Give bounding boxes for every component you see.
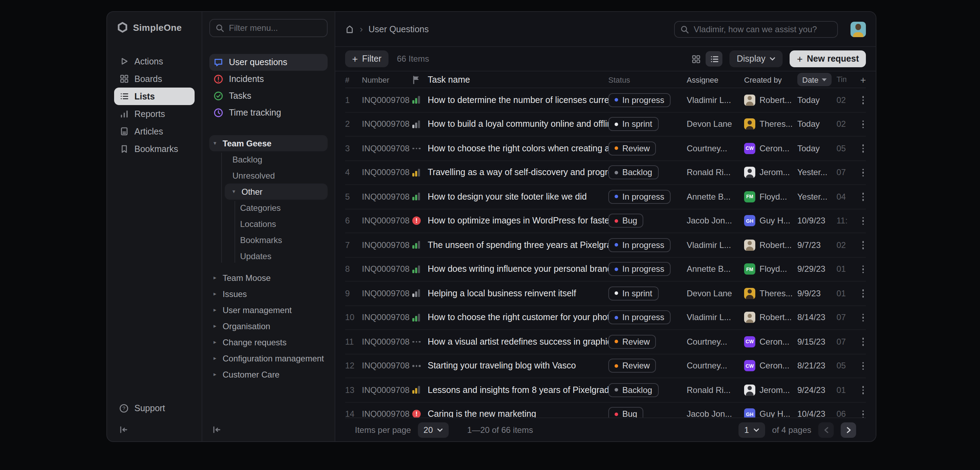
- row-menu-button[interactable]: [860, 287, 866, 300]
- created-by-name: Floyd...: [759, 192, 787, 202]
- task-name[interactable]: The unseen of spending three years at Pi…: [428, 240, 608, 250]
- row-menu-button[interactable]: [860, 311, 866, 323]
- table-row[interactable]: 9INQ0009708Helping a local business rein…: [345, 282, 866, 306]
- row-menu-button[interactable]: [860, 408, 866, 417]
- row-menu-button[interactable]: [860, 215, 866, 227]
- sidebar-item-reports[interactable]: Reports: [114, 105, 195, 123]
- grid-view-icon[interactable]: [688, 51, 705, 67]
- created-by: FMFloyd...: [744, 191, 797, 202]
- tree-item-user-management[interactable]: ▸User management: [209, 302, 328, 318]
- task-name[interactable]: How to determine the number of licenses …: [428, 95, 608, 105]
- tree-item-label: Other: [242, 187, 262, 196]
- date-value: 9/9/23: [797, 288, 837, 298]
- row-menu-button[interactable]: [860, 360, 866, 372]
- created-by: GHGuy H...: [744, 215, 797, 226]
- task-name[interactable]: Caring is the new marketing: [428, 409, 608, 418]
- breadcrumb[interactable]: User Questions: [369, 24, 429, 34]
- new-request-button[interactable]: + New request: [790, 51, 866, 67]
- task-name[interactable]: Starting your traveling blog with Vasco: [428, 361, 608, 371]
- task-name[interactable]: How a visual artist redefines success in…: [428, 337, 608, 347]
- task-name[interactable]: How to choose the right customer for you…: [428, 313, 608, 323]
- row-menu-button[interactable]: [860, 142, 866, 155]
- tree-item-issues[interactable]: ▸Issues: [209, 286, 328, 302]
- row-index: 8: [345, 264, 362, 274]
- items-per-page-select[interactable]: 20: [418, 422, 449, 437]
- view-item-tasks[interactable]: Tasks: [209, 88, 328, 104]
- collapse-sidebar-icon[interactable]: [119, 425, 190, 434]
- table-row[interactable]: 8INQ0009708How does writing influence yo…: [345, 257, 866, 282]
- table-row[interactable]: 13INQ0009708Lessons and insights from 8 …: [345, 378, 866, 402]
- task-name[interactable]: How to build a loyal community online an…: [428, 119, 608, 129]
- task-name[interactable]: How to choose the right colors when crea…: [428, 143, 608, 153]
- tree-item-team-geese[interactable]: ▾Team Geese: [209, 135, 328, 151]
- row-menu-button[interactable]: [860, 384, 866, 396]
- table-row[interactable]: 10INQ0009708How to choose the right cust…: [345, 306, 866, 330]
- task-name[interactable]: Travelling as a way of self-discovery an…: [428, 168, 608, 178]
- add-column-button[interactable]: +: [853, 74, 866, 85]
- items-per-page-value: 20: [423, 425, 433, 435]
- tree-item-locations[interactable]: Locations: [209, 216, 328, 232]
- collapse-lists-icon[interactable]: [212, 425, 325, 434]
- global-search-input[interactable]: Vladimir, how can we assist you?: [674, 21, 838, 37]
- table-row[interactable]: 5INQ0009708How to design your site foote…: [345, 185, 866, 209]
- sidebar-item-actions[interactable]: Actions: [114, 53, 195, 70]
- task-name[interactable]: How does writing influence your personal…: [428, 264, 608, 274]
- display-dropdown[interactable]: Display: [730, 51, 783, 67]
- tree-item-label: Unresolved: [232, 170, 275, 180]
- row-menu-button[interactable]: [860, 118, 866, 130]
- table-row[interactable]: 11INQ0009708How a visual artist redefine…: [345, 330, 866, 354]
- sidebar-item-bookmarks[interactable]: Bookmarks: [114, 140, 195, 158]
- tree-item-other[interactable]: ▾Other: [225, 183, 328, 200]
- table-row[interactable]: 2INQ0009708How to build a loyal communit…: [345, 112, 866, 137]
- tree-item-label: Change requests: [223, 337, 286, 347]
- table-row[interactable]: 3INQ0009708How to choose the right color…: [345, 137, 866, 161]
- page-select[interactable]: 1: [739, 422, 765, 437]
- global-search-placeholder: Vladimir, how can we assist you?: [694, 24, 817, 34]
- view-item-time-tracking[interactable]: Time tracking: [209, 104, 328, 121]
- list-view-icon[interactable]: [706, 51, 723, 67]
- user-avatar[interactable]: [851, 21, 866, 37]
- created-by: Robert...: [744, 239, 797, 251]
- row-menu-button[interactable]: [860, 94, 866, 106]
- tree-item-label: Locations: [240, 219, 276, 229]
- table-row[interactable]: 6INQ0009708!How to optimize images in Wo…: [345, 209, 866, 233]
- sidebar-item-lists[interactable]: Lists: [114, 88, 195, 105]
- task-name[interactable]: Helping a local business reinvent itself: [428, 288, 608, 298]
- sidebar-item-boards[interactable]: Boards: [114, 70, 195, 88]
- row-menu-button[interactable]: [860, 239, 866, 251]
- home-icon[interactable]: [345, 24, 354, 33]
- table-row[interactable]: 14INQ0009708!Caring is the new marketing…: [345, 402, 866, 417]
- table-row[interactable]: 4INQ0009708Travelling as a way of self-d…: [345, 161, 866, 185]
- table-row[interactable]: 7INQ0009708The unseen of spending three …: [345, 233, 866, 257]
- tree-item-configuration-management[interactable]: ▸Configuration management: [209, 350, 328, 366]
- tree-item-bookmarks[interactable]: Bookmarks: [209, 232, 328, 248]
- table-row[interactable]: 12INQ0009708Starting your traveling blog…: [345, 354, 866, 378]
- task-name[interactable]: Lessons and insights from 8 years of Pix…: [428, 385, 608, 395]
- filter-button[interactable]: + Filter: [345, 51, 388, 67]
- filter-button-label: Filter: [362, 54, 382, 64]
- tree-item-change-requests[interactable]: ▸Change requests: [209, 334, 328, 350]
- tree-item-team-moose[interactable]: ▸Team Moose: [209, 270, 328, 286]
- task-name[interactable]: How to design your site footer like we d…: [428, 192, 608, 202]
- tree-item-organisation[interactable]: ▸Organisation: [209, 318, 328, 334]
- filter-menu-input[interactable]: Filter menu...: [209, 19, 328, 37]
- row-menu-button[interactable]: [860, 336, 866, 348]
- row-menu-button[interactable]: [860, 263, 866, 275]
- tree-item-backlog[interactable]: Backlog: [209, 151, 328, 167]
- date-sort-button[interactable]: Date: [797, 73, 832, 86]
- sidebar-item-articles[interactable]: Articles: [114, 123, 195, 140]
- tree-item-categories[interactable]: Categories: [209, 200, 328, 216]
- table-row[interactable]: 1INQ0009708How to determine the number o…: [345, 88, 866, 112]
- view-item-user-questions[interactable]: User questions: [209, 54, 328, 71]
- support-button[interactable]: ? Support: [114, 399, 195, 417]
- row-menu-button[interactable]: [860, 166, 866, 178]
- prev-page-button[interactable]: [818, 422, 834, 437]
- task-name[interactable]: How to optimize images in WordPress for …: [428, 216, 608, 226]
- view-item-incidents[interactable]: Incidents: [209, 71, 328, 88]
- next-page-button[interactable]: [841, 422, 856, 437]
- row-menu-button[interactable]: [860, 191, 866, 203]
- tree-item-unresolved[interactable]: Unresolved: [209, 167, 328, 183]
- date-value: 9/29/23: [797, 264, 837, 274]
- tree-item-updates[interactable]: Updates: [209, 248, 328, 264]
- tree-item-customer-care[interactable]: ▸Customer Care: [209, 366, 328, 382]
